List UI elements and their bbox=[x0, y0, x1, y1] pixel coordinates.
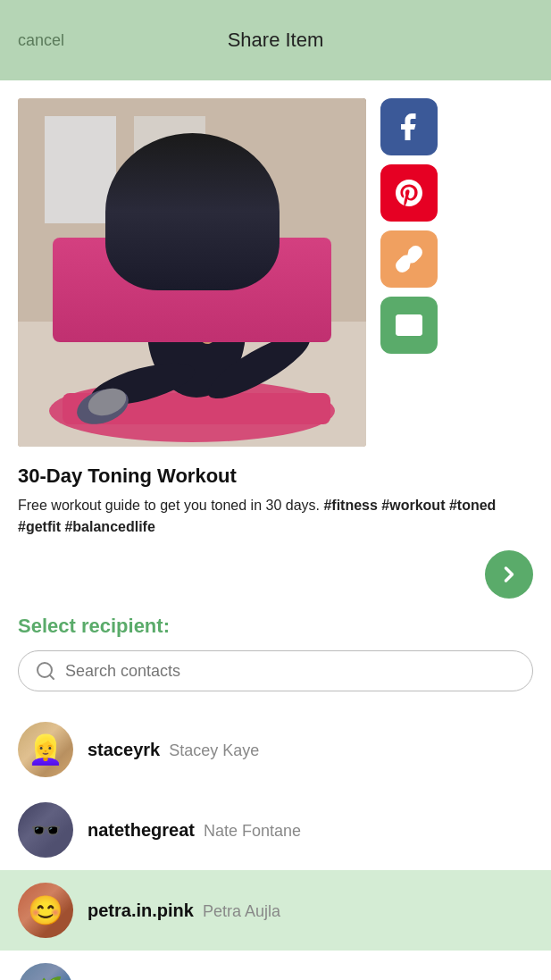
main-content: 30-Day Toning Workout Free workout guide… bbox=[0, 80, 551, 980]
contact-text-petra: petra.in.pink Petra Aujla bbox=[88, 900, 280, 921]
copy-link-button[interactable] bbox=[380, 230, 438, 288]
search-icon bbox=[35, 660, 56, 682]
contact-item-petra[interactable]: petra.in.pink Petra Aujla bbox=[0, 870, 551, 951]
contact-text-staceyrk: staceyrk Stacey Kaye bbox=[88, 740, 259, 760]
svg-rect-12 bbox=[196, 277, 246, 347]
contact-item-eatmovefeel[interactable]: eatmovefeel Olivia Simone bbox=[0, 951, 551, 980]
email-share-button[interactable] bbox=[380, 297, 438, 354]
select-recipient-label: Select recipient: bbox=[0, 607, 551, 650]
contact-list: staceyrk Stacey Kaye natethegreat Nate F… bbox=[0, 709, 551, 980]
svg-rect-2 bbox=[45, 116, 116, 223]
svg-point-8 bbox=[177, 204, 252, 257]
contact-fullname-staceyrk: Stacey Kaye bbox=[169, 741, 259, 760]
link-icon bbox=[393, 243, 425, 275]
avatar-petra bbox=[18, 883, 73, 938]
contact-fullname-natethegreat: Nate Fontane bbox=[204, 822, 301, 841]
item-description: Free workout guide to get you toned in 3… bbox=[18, 495, 533, 538]
avatar-staceyrk bbox=[18, 722, 73, 777]
image-placeholder bbox=[18, 98, 366, 447]
forward-button-row bbox=[0, 550, 551, 607]
contact-username-natethegreat: natethegreat bbox=[88, 820, 195, 841]
contact-item-natethegreat[interactable]: natethegreat Nate Fontane bbox=[0, 790, 551, 870]
svg-rect-3 bbox=[134, 116, 205, 223]
pinterest-icon bbox=[393, 177, 425, 209]
media-row bbox=[0, 80, 551, 456]
item-title: 30-Day Toning Workout bbox=[18, 465, 533, 488]
contact-item-staceyrk[interactable]: staceyrk Stacey Kaye bbox=[0, 709, 551, 790]
search-input[interactable] bbox=[65, 662, 516, 681]
search-bar bbox=[18, 650, 533, 691]
contact-username-staceyrk: staceyrk bbox=[88, 740, 160, 760]
facebook-icon bbox=[393, 111, 425, 143]
contact-fullname-petra: Petra Aujla bbox=[203, 902, 280, 921]
email-icon bbox=[393, 309, 425, 341]
share-buttons-panel bbox=[380, 98, 438, 354]
page-title: Share Item bbox=[228, 29, 324, 52]
forward-button[interactable] bbox=[485, 550, 533, 599]
cancel-button[interactable]: cancel bbox=[18, 31, 64, 50]
svg-rect-14 bbox=[202, 293, 216, 339]
chevron-right-icon bbox=[497, 562, 522, 587]
avatar-eatmovefeel bbox=[18, 963, 73, 980]
contact-text-natethegreat: natethegreat Nate Fontane bbox=[88, 820, 301, 841]
contact-username-petra: petra.in.pink bbox=[88, 900, 194, 921]
search-bar-wrapper bbox=[0, 650, 551, 709]
header: cancel Share Item bbox=[0, 0, 551, 80]
facebook-share-button[interactable] bbox=[380, 98, 438, 155]
item-info: 30-Day Toning Workout Free workout guide… bbox=[0, 456, 551, 550]
svg-rect-9 bbox=[228, 232, 241, 286]
avatar-natethegreat bbox=[18, 802, 73, 858]
svg-line-18 bbox=[50, 675, 54, 679]
pinterest-share-button[interactable] bbox=[380, 164, 438, 222]
item-image bbox=[18, 98, 366, 447]
fitness-image-svg bbox=[18, 98, 366, 447]
svg-rect-13 bbox=[174, 294, 188, 339]
svg-point-7 bbox=[179, 205, 250, 277]
